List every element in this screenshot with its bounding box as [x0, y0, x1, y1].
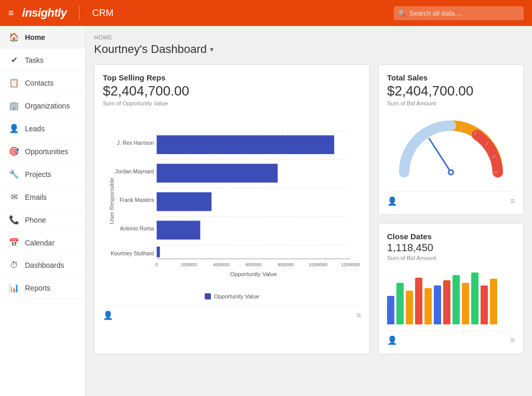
sidebar-label-emails: Emails	[25, 193, 47, 201]
svg-text:400000: 400000	[213, 262, 229, 267]
sidebar-item-projects[interactable]: 🔧 Projects	[0, 163, 85, 186]
table-icon[interactable]: ≡	[356, 311, 361, 320]
svg-text:800000: 800000	[278, 262, 294, 267]
total-sales-subtitle: Sum of Bid Amount	[387, 100, 515, 106]
search-input[interactable]	[394, 6, 524, 20]
svg-text:Kourtney Stuthard: Kourtney Stuthard	[111, 251, 154, 256]
sidebar-label-reports: Reports	[25, 284, 50, 292]
sidebar-item-contacts[interactable]: 📋 Contacts	[0, 72, 85, 94]
close-dates-footer: 👤 ≡	[387, 331, 515, 345]
svg-text:User Responsible: User Responsible	[109, 177, 115, 224]
home-icon: 🏠	[8, 32, 20, 42]
sidebar-label-leads: Leads	[25, 125, 45, 133]
logo: insightly	[22, 6, 67, 20]
vbar-item	[443, 280, 450, 324]
sidebar-label-projects: Projects	[25, 170, 51, 179]
bar-frank	[157, 192, 212, 211]
sidebar-item-home[interactable]: 🏠 Home	[0, 26, 85, 49]
top-selling-reps-total: $2,404,700.00	[103, 83, 361, 99]
header-divider	[79, 5, 79, 21]
legend-dot	[205, 293, 211, 299]
svg-text:200000: 200000	[181, 262, 197, 267]
vbar-item	[462, 283, 469, 324]
total-sales-card: Total Sales $2,404,700.00 Sum of Bid Amo…	[378, 64, 524, 215]
vbar-item	[471, 272, 478, 324]
sidebar-label-organizations: Organizations	[25, 102, 70, 110]
total-sales-number: $2,404,700.00	[387, 83, 515, 99]
contacts-icon: 📋	[8, 78, 20, 88]
vbar-item	[396, 283, 404, 324]
svg-line-21	[429, 139, 451, 172]
svg-text:0: 0	[155, 262, 158, 267]
svg-text:Frank Masters: Frank Masters	[119, 197, 154, 203]
sidebar-item-opportunities[interactable]: 🎯 Opportunities	[0, 140, 85, 163]
sidebar-item-calendar[interactable]: 📅 Calendar	[0, 231, 85, 254]
close-dates-card: Close Dates 1,118,450 Sum of Bid Amount …	[378, 223, 524, 354]
emails-icon: ✉	[8, 192, 20, 202]
sidebar-item-emails[interactable]: ✉ Emails	[0, 186, 85, 209]
content-area: HOME Kourtney's Dashboard ▾ Top Selling …	[86, 26, 532, 396]
svg-text:Opportunity Value: Opportunity Value	[230, 271, 277, 277]
vbar-item	[434, 285, 441, 324]
menu-icon[interactable]: ≡	[8, 8, 14, 19]
svg-point-23	[449, 171, 453, 174]
close-dates-number: 1,118,450	[387, 242, 515, 254]
vbar-item	[415, 278, 422, 324]
bar-antonio	[157, 221, 201, 239]
top-selling-reps-subtitle: Sum of Opportunity Value	[103, 100, 361, 106]
vbar-item	[490, 279, 497, 324]
top-selling-reps-card: Top Selling Reps $2,404,700.00 Sum of Op…	[94, 64, 370, 354]
sidebar-label-opportunities: Opportunities	[25, 147, 68, 156]
svg-text:1200000: 1200000	[341, 262, 360, 267]
table-icon-sales[interactable]: ≡	[510, 197, 515, 206]
dropdown-icon[interactable]: ▾	[210, 45, 214, 53]
sidebar-label-home: Home	[25, 33, 45, 42]
tasks-icon: ✔	[8, 55, 20, 65]
legend-label: Opportunity Value	[214, 293, 259, 299]
sidebar-item-organizations[interactable]: 🏢 Organizations	[0, 94, 85, 117]
svg-text:Jordan Maynard: Jordan Maynard	[115, 169, 154, 174]
breadcrumb: HOME	[94, 34, 524, 40]
chart-legend: Opportunity Value	[103, 293, 361, 299]
sidebar-item-phone[interactable]: 📞 Phone	[0, 209, 85, 231]
sidebar-item-dashboards[interactable]: ⏱ Dashboards	[0, 254, 85, 277]
top-selling-reps-title: Top Selling Reps	[103, 73, 361, 82]
table-icon-dates[interactable]: ≡	[510, 336, 515, 345]
person-icon[interactable]: 👤	[103, 310, 113, 320]
dashboard-grid: Top Selling Reps $2,404,700.00 Sum of Op…	[94, 64, 524, 354]
bar-chart: User Responsible J. Rex Harrison Jordan …	[103, 113, 361, 289]
vbar-item	[424, 288, 432, 324]
total-sales-footer: 👤 ≡	[387, 192, 515, 206]
vbar-item	[453, 275, 460, 324]
dashboards-icon: ⏱	[8, 261, 20, 270]
page-title: Kourtney's Dashboard ▾	[94, 43, 524, 56]
sidebar-item-leads[interactable]: 👤 Leads	[0, 117, 85, 140]
close-dates-title: Close Dates	[387, 232, 515, 241]
sidebar: 🏠 Home ✔ Tasks 📋 Contacts 🏢 Organization…	[0, 26, 86, 396]
person-icon-sales[interactable]: 👤	[387, 196, 397, 206]
organizations-icon: 🏢	[8, 101, 20, 111]
svg-text:Antonio Roma: Antonio Roma	[120, 226, 154, 231]
gauge-svg	[394, 115, 508, 183]
total-sales-title: Total Sales	[387, 73, 515, 82]
sidebar-label-calendar: Calendar	[25, 239, 55, 247]
opportunities-icon: 🎯	[8, 146, 20, 156]
sidebar-item-tasks[interactable]: ✔ Tasks	[0, 49, 85, 72]
vbar-item	[387, 296, 394, 324]
close-dates-chart	[387, 267, 515, 324]
sidebar-item-reports[interactable]: 📊 Reports	[0, 277, 85, 299]
bar-chart-svg: User Responsible J. Rex Harrison Jordan …	[103, 113, 361, 289]
main-layout: 🏠 Home ✔ Tasks 📋 Contacts 🏢 Organization…	[0, 26, 532, 396]
sidebar-label-contacts: Contacts	[25, 79, 54, 87]
top-selling-reps-footer: 👤 ≡	[103, 306, 361, 320]
search-wrapper: 🔍	[394, 6, 524, 20]
right-column: Total Sales $2,404,700.00 Sum of Bid Amo…	[378, 64, 524, 354]
phone-icon: 📞	[8, 215, 20, 225]
vbar-item	[481, 285, 488, 324]
bar-jordan	[157, 164, 278, 183]
header: ≡ insightly CRM 🔍	[0, 0, 532, 26]
person-icon-dates[interactable]: 👤	[387, 335, 397, 345]
app-name: CRM	[92, 8, 113, 19]
vbar-item	[406, 291, 413, 324]
gauge-chart	[387, 113, 515, 185]
